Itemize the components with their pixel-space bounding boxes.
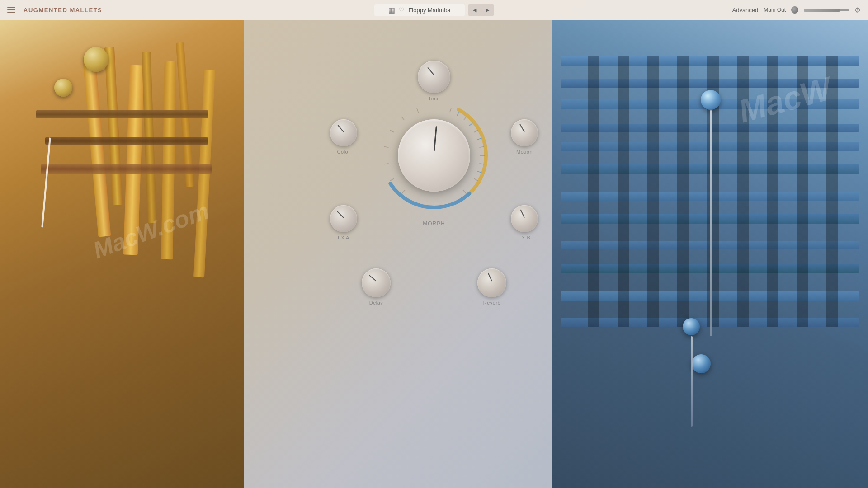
instrument-right [552, 20, 868, 488]
mallet-sphere-1 [701, 90, 721, 110]
menu-button[interactable] [7, 5, 16, 14]
fxb-label: FX B [519, 235, 530, 240]
delay-knob-container: Delay [362, 268, 391, 305]
svg-line-4 [384, 164, 389, 164]
delay-knob[interactable] [362, 268, 391, 297]
mallet-head-1 [84, 47, 108, 72]
volume-slider[interactable] [804, 9, 849, 11]
svg-line-17 [457, 112, 459, 116]
reverb-label: Reverb [483, 300, 500, 305]
svg-line-18 [469, 123, 473, 126]
controls-grid: Time Color Motion [316, 61, 552, 323]
svg-line-14 [479, 164, 484, 164]
menu-line [7, 9, 15, 10]
delay-label: Delay [369, 300, 383, 305]
svg-line-3 [390, 178, 394, 181]
svg-line-15 [474, 178, 478, 181]
preset-bar: ▦ ♡ Floppy Marimba [374, 4, 465, 16]
advanced-button[interactable]: Advanced [732, 7, 758, 14]
color-label: Color [337, 149, 350, 155]
color-knob-container: Color [330, 119, 357, 155]
svg-line-21 [477, 171, 481, 173]
menu-line [7, 7, 15, 8]
svg-line-16 [463, 190, 467, 194]
mallet-head-2 [54, 79, 72, 97]
time-knob-container: Time [418, 61, 450, 101]
motion-knob-container: Motion [511, 119, 538, 155]
preset-next-button[interactable]: ▶ [481, 4, 494, 16]
library-icon[interactable]: ▦ [388, 6, 395, 14]
svg-line-8 [417, 108, 419, 113]
svg-line-19 [477, 138, 481, 140]
motion-label: Motion [516, 149, 533, 155]
fxa-label: FX A [338, 235, 349, 240]
reverb-knob[interactable] [477, 268, 506, 297]
morph-wrapper: MORPH [375, 97, 493, 214]
preset-prev-button[interactable]: ◀ [468, 4, 481, 16]
app-title: AUGMENTED MALLETS [24, 7, 102, 14]
main-out-label: Main Out [764, 7, 786, 13]
svg-line-11 [464, 117, 467, 120]
svg-line-10 [450, 108, 451, 112]
motion-knob[interactable] [511, 119, 538, 146]
header: AUGMENTED MALLETS ▦ ♡ Floppy Marimba ◀ ▶… [0, 0, 868, 20]
morph-knob[interactable] [398, 119, 470, 192]
instrument-left [0, 20, 244, 488]
svg-line-12 [474, 130, 478, 132]
mallet-sphere-2 [683, 318, 700, 335]
fxa-knob[interactable] [330, 205, 357, 232]
header-right: Advanced Main Out ⚙ [732, 6, 861, 14]
favorite-icon[interactable]: ♡ [399, 6, 405, 14]
svg-line-2 [401, 190, 405, 194]
svg-line-7 [401, 117, 404, 120]
fxa-knob-container: FX A [330, 205, 357, 240]
svg-line-5 [384, 147, 389, 148]
preset-nav-group: ◀ ▶ [468, 4, 494, 16]
controls-area: Time Color Motion [298, 20, 570, 363]
fxb-knob-container: FX B [511, 205, 538, 240]
mallet-sphere-3 [692, 354, 711, 373]
preset-nav: ▦ ♡ Floppy Marimba ◀ ▶ [374, 4, 494, 16]
morph-label: MORPH [375, 221, 493, 227]
main-out-knob[interactable] [791, 6, 798, 14]
svg-line-6 [390, 130, 394, 132]
color-knob[interactable] [330, 119, 357, 146]
svg-line-13 [479, 147, 484, 148]
fxb-knob[interactable] [511, 205, 538, 232]
settings-icon[interactable]: ⚙ [854, 6, 861, 14]
reverb-knob-container: Reverb [477, 268, 506, 305]
preset-name: Floppy Marimba [408, 7, 450, 14]
morph-container: MORPH [375, 97, 493, 214]
menu-line [7, 12, 15, 13]
time-knob[interactable] [418, 61, 450, 93]
